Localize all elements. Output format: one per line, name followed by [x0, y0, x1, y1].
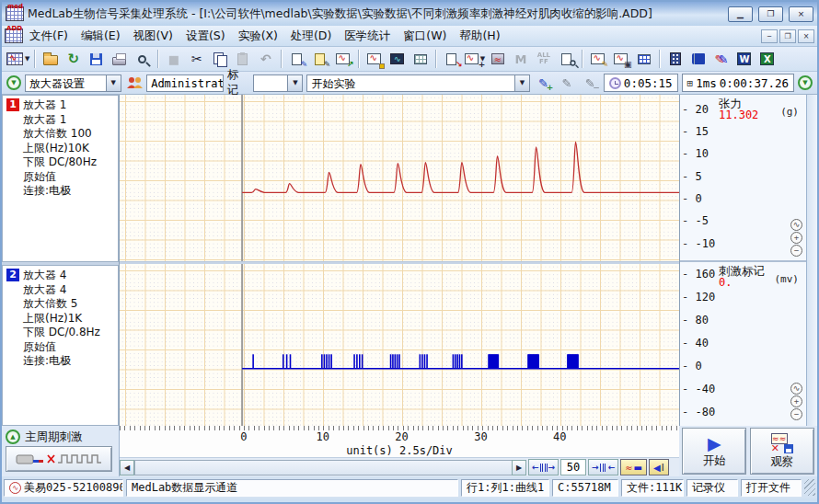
experiment-step-combo[interactable]: 开始实验 ▼: [306, 74, 529, 92]
mdi-close-button[interactable]: ×: [798, 29, 814, 43]
stamp-mark-button[interactable]: ≈: [487, 49, 508, 69]
recorder-view-button[interactable]: ≈▬: [620, 459, 647, 475]
amplifier-settings-value: 放大器设置: [26, 75, 88, 91]
select-all-button[interactable]: ALLFF: [533, 49, 554, 69]
copy-button[interactable]: [209, 49, 230, 69]
edit-marks-button[interactable]: ✎: [309, 49, 330, 69]
edit-properties-button[interactable]: ✎: [286, 49, 307, 69]
y-tick-label: -40: [682, 383, 715, 395]
start-button[interactable]: ▶ 开始: [682, 428, 746, 475]
calculator-button[interactable]: [664, 49, 686, 69]
sweep-scale-value[interactable]: 50: [560, 459, 586, 475]
time-scrollbar-track[interactable]: [134, 460, 512, 475]
channel-2-setting-line-6: 连接:电极: [23, 354, 116, 369]
draw-tools-button[interactable]: ✎✎: [710, 49, 732, 69]
channel-2-setting-line-3: 上限(Hz)1K: [23, 312, 116, 326]
bottom-area: ▲ 主周期刺激 010203040 unit(s) 2.5s/Div ◀: [2, 426, 817, 476]
grid-view-button[interactable]: [410, 49, 431, 69]
observe-button[interactable]: ≈≈✕ 观察: [750, 428, 814, 475]
channel-2-chart[interactable]: [120, 264, 679, 426]
import-data-button[interactable]: ↘: [441, 49, 462, 69]
stimulator-button[interactable]: [6, 446, 112, 472]
toolbar-separator: [157, 50, 158, 68]
open-file-button[interactable]: [40, 49, 61, 69]
title-bar: med MedLab生物信号采集处理系统 - [I:\公司软件\medlab\实…: [2, 2, 817, 26]
export-graph-button[interactable]: ↗: [332, 49, 353, 69]
expand-timebase-button[interactable]: ←→: [528, 459, 559, 475]
save-file-button[interactable]: [86, 49, 107, 69]
window-bottom-edge: [2, 498, 817, 502]
app-icon: med: [6, 6, 24, 21]
signal-display-mode-button[interactable]: ∿▼: [6, 49, 29, 69]
mdi-minimize-button[interactable]: ‒: [761, 29, 778, 43]
zoom-in-button[interactable]: +: [790, 232, 802, 244]
menu-item-1[interactable]: 编辑(E): [75, 26, 127, 47]
chevron-down-icon[interactable]: ▼: [514, 75, 529, 91]
minimize-button[interactable]: ▁: [728, 6, 753, 22]
toolbar-separator: [34, 50, 35, 68]
notebook-button[interactable]: [687, 49, 709, 69]
excel-export-button[interactable]: X: [756, 49, 778, 69]
zoom-out-button[interactable]: −: [790, 408, 802, 420]
scroll-left-button[interactable]: ◀: [120, 460, 134, 475]
menu-item-0[interactable]: 文件(F): [23, 26, 75, 47]
print-preview-button[interactable]: [132, 49, 153, 69]
edit-mark-button[interactable]: ✎: [557, 74, 576, 92]
channel-1-setting-line-3: 上限(Hz)10K: [23, 142, 116, 156]
paste-button[interactable]: [232, 49, 253, 69]
chevron-down-icon[interactable]: ▼: [106, 75, 121, 91]
close-button[interactable]: ×: [789, 6, 813, 22]
charts-column: [120, 95, 679, 426]
menu-item-8[interactable]: 帮助(H): [453, 26, 506, 47]
stop-button[interactable]: ■: [163, 49, 184, 69]
menu-item-3[interactable]: 设置(S): [179, 26, 232, 47]
data-table-button[interactable]: [633, 49, 654, 69]
restore-button[interactable]: ❐: [758, 6, 783, 22]
amplifier-settings-combo[interactable]: 放大器设置 ▼: [25, 74, 121, 92]
compress-timebase-button[interactable]: →←: [588, 459, 618, 475]
chart-cursor-button[interactable]: +▼: [464, 49, 485, 69]
channel-2-setting-line-5: 原始值: [23, 340, 116, 355]
menu-item-7[interactable]: 窗口(W): [397, 26, 453, 47]
search-view-button[interactable]: [556, 49, 577, 69]
collapse-panel-icon[interactable]: ▼: [798, 75, 813, 90]
zoom-out-button[interactable]: −: [790, 245, 802, 257]
mdi-restore-button[interactable]: ❐: [779, 29, 796, 43]
measure-mark-button[interactable]: M: [510, 49, 531, 69]
signal-style-icon[interactable]: ∿: [790, 383, 802, 395]
resize-grip[interactable]: [804, 479, 815, 496]
undo-button[interactable]: ↶: [255, 49, 276, 69]
file-history-button[interactable]: ↻: [63, 49, 84, 69]
menu-item-6[interactable]: 医学统计: [338, 26, 397, 47]
menu-item-4[interactable]: 实验(X): [232, 26, 284, 47]
print-button[interactable]: [109, 49, 130, 69]
signal-style-icon[interactable]: ∿: [790, 219, 802, 231]
lock-display-button[interactable]: [363, 49, 385, 69]
mark-combo[interactable]: ▼: [253, 74, 303, 92]
open-file-mode-button[interactable]: 打开文件: [741, 479, 802, 497]
word-export-button[interactable]: W: [733, 49, 755, 69]
medlab-window: med MedLab生物信号采集处理系统 - [I:\公司软件\medlab\实…: [0, 0, 819, 504]
add-mark-button[interactable]: ✎+: [534, 74, 553, 92]
channel-1-chart[interactable]: [120, 95, 679, 262]
delete-mark-button[interactable]: ✎−: [581, 74, 600, 92]
channel-2-info-panel[interactable]: 2 放大器 4 放大器 4放大倍数 5上限(Hz)1K下限 DC/0.8Hz原始…: [2, 265, 119, 426]
zoom-in-button[interactable]: +: [790, 395, 802, 407]
chevron-down-icon[interactable]: ▼: [287, 75, 302, 91]
insert-cursor-button[interactable]: ◀I: [649, 459, 669, 475]
menu-item-5[interactable]: 处理(D): [284, 26, 338, 47]
expand-icon[interactable]: ⊞: [687, 77, 694, 89]
chart-report-button[interactable]: ▣: [610, 49, 631, 69]
chevron-down-icon[interactable]: ▼: [25, 55, 29, 63]
user-field[interactable]: Administrator: [146, 74, 224, 92]
recorder-mode-button[interactable]: 记录仪: [686, 479, 738, 497]
cut-button[interactable]: ✂: [186, 49, 207, 69]
channel-1-axis-panel: 20151050-5-10 张力 11.302 (g) ∿ + −: [680, 95, 806, 262]
chart-edit-button[interactable]: ✎: [587, 49, 608, 69]
menu-item-2[interactable]: 视图(V): [127, 26, 179, 47]
collapse-settings-icon[interactable]: ▼: [6, 75, 21, 90]
channel-1-info-panel[interactable]: 1 放大器 1 放大器 1放大倍数 100上限(Hz)10K下限 DC/80Hz…: [2, 95, 119, 262]
stimulator-expand-icon[interactable]: ▲: [6, 430, 20, 444]
scroll-right-button[interactable]: ▶: [512, 460, 526, 475]
scope-view-button[interactable]: ∿: [386, 49, 408, 69]
